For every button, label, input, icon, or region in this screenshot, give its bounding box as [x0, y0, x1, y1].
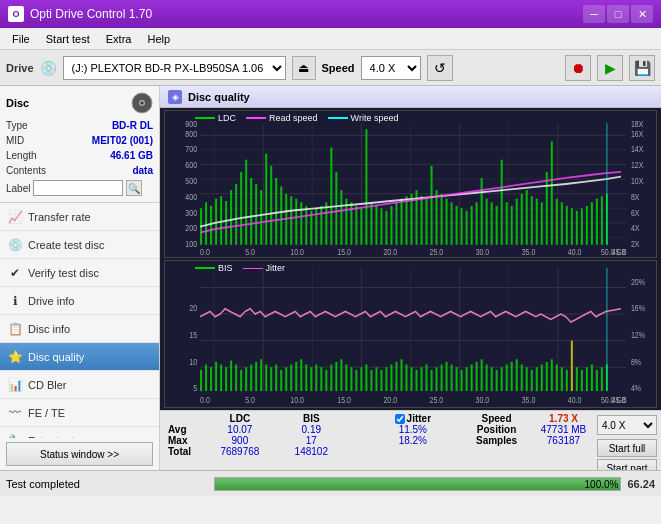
- sidebar-item-extra-tests[interactable]: 🔧 Extra tests: [0, 427, 159, 438]
- menu-extra[interactable]: Extra: [98, 31, 140, 47]
- record-button[interactable]: ⏺: [565, 55, 591, 81]
- svg-rect-179: [360, 367, 362, 391]
- svg-rect-223: [581, 370, 583, 391]
- total-label: Total: [164, 446, 204, 457]
- disc-info-label: Disc info: [28, 323, 70, 335]
- svg-rect-32: [255, 184, 257, 245]
- svg-rect-154: [235, 365, 237, 392]
- disc-quality-title: Disc quality: [188, 91, 250, 103]
- sidebar-item-verify-test-disc[interactable]: ✔ Verify test disc: [0, 259, 159, 287]
- svg-rect-86: [526, 190, 528, 245]
- speed-select[interactable]: 4.0 X: [361, 56, 421, 80]
- label-input[interactable]: [33, 180, 123, 196]
- ldc-legend: LDC: [218, 113, 236, 123]
- svg-rect-197: [451, 365, 453, 392]
- svg-rect-222: [576, 367, 578, 391]
- maximize-button[interactable]: □: [607, 5, 629, 23]
- speed-dropdown[interactable]: 4.0 X: [597, 415, 657, 435]
- svg-rect-26: [225, 201, 227, 245]
- menu-start-test[interactable]: Start test: [38, 31, 98, 47]
- svg-text:500: 500: [185, 176, 197, 186]
- minimize-button[interactable]: ─: [583, 5, 605, 23]
- svg-rect-82: [506, 202, 508, 245]
- length-value: 46.61 GB: [110, 148, 153, 163]
- sidebar-item-disc-info[interactable]: 📋 Disc info: [0, 315, 159, 343]
- length-label: Length: [6, 148, 37, 163]
- eject-button[interactable]: ⏏: [292, 56, 316, 80]
- svg-rect-203: [481, 359, 483, 391]
- sidebar-item-create-test-disc[interactable]: 💿 Create test disc: [0, 231, 159, 259]
- disc-info-icon: 📋: [8, 322, 22, 336]
- max-jitter: 18.2%: [363, 435, 463, 446]
- svg-rect-67: [431, 166, 433, 245]
- svg-rect-69: [441, 194, 443, 245]
- svg-rect-77: [481, 178, 483, 245]
- svg-text:5.0: 5.0: [245, 395, 255, 405]
- svg-text:20.0: 20.0: [383, 247, 397, 257]
- svg-text:16%: 16%: [631, 304, 646, 314]
- sidebar-item-fe-te[interactable]: 〰 FE / TE: [0, 399, 159, 427]
- save-button[interactable]: 💾: [629, 55, 655, 81]
- sidebar-item-disc-quality[interactable]: ⭐ Disc quality: [0, 343, 159, 371]
- speed-label: Speed: [322, 62, 355, 74]
- svg-text:15.0: 15.0: [337, 247, 351, 257]
- menu-help[interactable]: Help: [139, 31, 178, 47]
- close-button[interactable]: ✕: [631, 5, 653, 23]
- svg-rect-158: [255, 362, 257, 391]
- svg-rect-22: [205, 202, 207, 245]
- refresh-button[interactable]: ↺: [427, 55, 453, 81]
- svg-text:20: 20: [189, 304, 197, 314]
- start-part-button[interactable]: Start part: [597, 459, 657, 470]
- disc-quality-label: Disc quality: [28, 351, 84, 363]
- svg-rect-202: [476, 362, 478, 391]
- svg-rect-207: [501, 367, 503, 391]
- progress-bar: 100.0%: [214, 477, 621, 491]
- samples-value: 763187: [530, 435, 597, 446]
- status-window-button[interactable]: Status window >>: [6, 442, 153, 466]
- label-button[interactable]: 🔍: [126, 180, 142, 196]
- play-button[interactable]: ▶: [597, 55, 623, 81]
- svg-text:10.0: 10.0: [290, 247, 304, 257]
- svg-rect-29: [240, 172, 242, 245]
- menu-file[interactable]: File: [4, 31, 38, 47]
- sidebar-item-cd-bler[interactable]: 📊 CD Bler: [0, 371, 159, 399]
- svg-rect-174: [335, 362, 337, 391]
- avg-label: Avg: [164, 424, 204, 435]
- cd-bler-icon: 📊: [8, 378, 22, 392]
- svg-rect-70: [446, 199, 448, 245]
- svg-rect-217: [551, 359, 553, 391]
- disc-icon[interactable]: [131, 92, 153, 114]
- svg-rect-224: [586, 367, 588, 391]
- svg-rect-208: [506, 365, 508, 392]
- svg-text:50.0 GB: 50.0 GB: [601, 395, 627, 405]
- menu-bar: File Start test Extra Help: [0, 28, 661, 50]
- svg-rect-156: [245, 367, 247, 391]
- svg-rect-152: [225, 367, 227, 391]
- svg-rect-97: [581, 208, 583, 244]
- drive-select[interactable]: (J:) PLEXTOR BD-R PX-LB950SA 1.06: [63, 56, 286, 80]
- sidebar-item-transfer-rate[interactable]: 📈 Transfer rate: [0, 203, 159, 231]
- svg-rect-45: [320, 206, 322, 245]
- jitter-checkbox[interactable]: [395, 414, 405, 424]
- svg-rect-90: [546, 172, 548, 245]
- svg-rect-98: [586, 206, 588, 245]
- total-bis: 148102: [276, 446, 347, 457]
- total-ldc: 7689768: [204, 446, 275, 457]
- svg-rect-219: [561, 367, 563, 391]
- svg-text:4%: 4%: [631, 383, 642, 393]
- svg-text:0.0: 0.0: [200, 395, 210, 405]
- sidebar-item-drive-info[interactable]: ℹ Drive info: [0, 287, 159, 315]
- svg-text:15: 15: [189, 330, 197, 340]
- start-full-button[interactable]: Start full: [597, 439, 657, 457]
- label-label: Label: [6, 181, 30, 196]
- transfer-rate-icon: 📈: [8, 210, 22, 224]
- svg-rect-81: [501, 160, 503, 245]
- svg-rect-157: [250, 365, 252, 392]
- svg-text:40.0: 40.0: [568, 247, 582, 257]
- svg-rect-58: [385, 211, 387, 245]
- svg-rect-39: [290, 196, 292, 245]
- create-test-disc-icon: 💿: [8, 238, 22, 252]
- max-ldc: 900: [204, 435, 275, 446]
- svg-text:25.0: 25.0: [430, 395, 444, 405]
- verify-test-disc-icon: ✔: [8, 266, 22, 280]
